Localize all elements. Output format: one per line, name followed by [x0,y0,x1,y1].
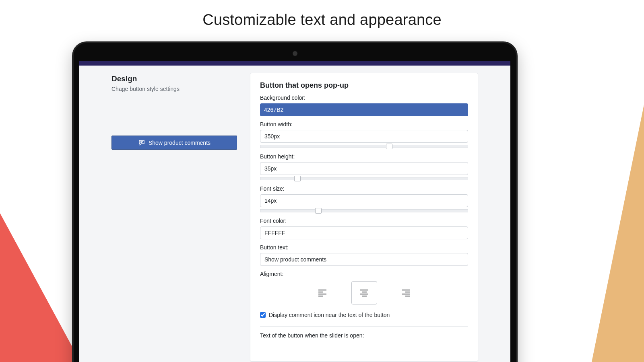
comment-icon [138,139,145,146]
button-text-label: Button text: [260,244,468,251]
background-color-label: Background color: [260,95,468,101]
font-color-input[interactable] [260,226,468,239]
font-color-label: Font color: [260,218,468,224]
font-size-slider[interactable] [260,209,468,213]
display-icon-label: Display comment icon near the text of th… [269,312,390,318]
settings-card: Button that opens pop-up Background colo… [250,73,478,362]
button-height-label: Button height: [260,153,468,160]
app-body: Design Chage button style settings Show … [79,66,510,362]
sidebar-subtitle: Chage button style settings [111,86,240,92]
font-size-label: Font size: [260,185,468,192]
button-width-label: Button width: [260,121,468,128]
text-open-label: Text of the button when the slider is op… [260,332,468,339]
display-icon-checkbox[interactable] [260,312,266,318]
camera-dot [293,51,297,56]
align-left-icon [318,289,327,297]
align-center-icon [359,289,369,297]
preview-show-comments-button[interactable]: Show product comments [111,136,237,150]
preview-button-label: Show product comments [149,140,211,146]
button-height-slider[interactable] [260,177,468,181]
alignment-group [260,281,468,304]
font-size-input[interactable] [260,194,468,207]
design-sidebar: Design Chage button style settings Show … [111,73,240,362]
background-color-input[interactable] [260,103,468,116]
browser-topbar [79,61,510,66]
section-divider [260,326,468,327]
decorative-triangle-left [0,213,80,362]
align-left-button[interactable] [310,281,335,304]
button-text-input[interactable] [260,253,468,266]
device-frame: Design Chage button style settings Show … [72,41,518,362]
alignment-label: Aligment: [260,271,468,277]
align-right-icon [401,289,411,297]
screen: Design Chage button style settings Show … [79,61,510,362]
button-height-slider-thumb[interactable] [294,176,301,181]
panel-title: Button that opens pop-up [260,81,468,90]
align-right-button[interactable] [393,281,419,304]
button-width-slider-thumb[interactable] [386,144,392,149]
page-headline: Customizable text and appearance [0,11,644,29]
decorative-triangle-right [592,105,644,362]
font-size-slider-thumb[interactable] [315,208,322,214]
button-height-input[interactable] [260,162,468,175]
sidebar-title: Design [111,74,240,83]
button-width-slider[interactable] [260,144,468,148]
align-center-button[interactable] [351,281,377,304]
button-width-input[interactable] [260,130,468,143]
